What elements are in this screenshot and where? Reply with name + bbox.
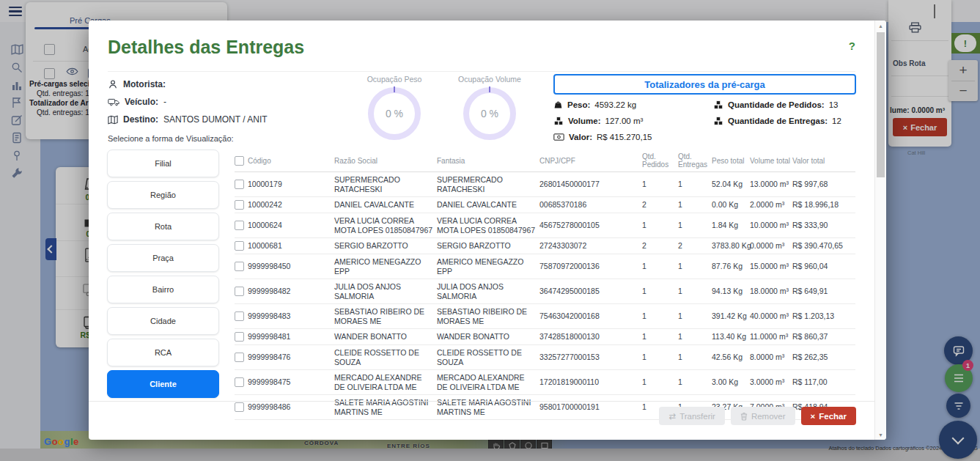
view-mode-button[interactable]: Rota: [107, 213, 219, 240]
person-icon: [108, 79, 118, 89]
cell-razao-social: WANDER BONATTO: [334, 329, 437, 344]
table-header-row: Código Razão Social Fantasia CNPJ/CPF Qt…: [235, 150, 855, 172]
cell-fantasia: SEBASTIAO RIBEIRO DE MORAES ME: [437, 304, 539, 328]
divider: [108, 71, 855, 72]
table-row: 9999998482 JULIA DOS ANJOS SALMORIA JULI…: [235, 279, 855, 304]
cell-codigo: 9999998475: [248, 377, 290, 387]
scrollbar-thumb[interactable]: [877, 32, 885, 177]
cell-razao-social: SUPERMERCADO RATACHESKI: [334, 172, 437, 196]
help-icon[interactable]: ?: [849, 40, 855, 52]
table-row: 9999998483 SEBASTIAO RIBEIRO DE MORAES M…: [235, 304, 855, 329]
row-checkbox[interactable]: [235, 241, 244, 251]
occupancy-gauges: Ocupação Peso 0 % Ocupação Volume 0 %: [353, 75, 531, 140]
scrollbar-up-arrow[interactable]: ▲: [875, 21, 886, 31]
view-mode-button[interactable]: Cidade: [107, 307, 219, 335]
cubes-icon: [553, 117, 564, 125]
cell-cnpj-cpf: 45675278000105: [539, 218, 642, 233]
view-mode-button[interactable]: Bairro: [107, 276, 219, 303]
cell-cnpj-cpf: 36474295000185: [539, 284, 642, 299]
cell-peso-total: 113.40 Kg: [712, 329, 750, 344]
vehicle-row: Veículo: -: [108, 96, 268, 108]
totalizers-header: Totalizadores da pré-carga: [553, 74, 856, 95]
table-row: 9999998476 CLEIDE ROSSETTO DE SOUZA CLEI…: [235, 345, 855, 370]
cell-peso-total: 87.76 Kg: [712, 259, 750, 274]
cell-peso-total: 0.00 Kg: [712, 197, 750, 213]
row-checkbox[interactable]: [235, 311, 244, 321]
view-mode-button[interactable]: Região: [107, 181, 219, 209]
cell-fantasia: SALETE MARIA AGOSTINI MARTINS ME: [437, 395, 539, 419]
row-checkbox[interactable]: [235, 332, 244, 342]
transfer-button[interactable]: ⇄Transferir: [659, 407, 724, 425]
destination-row: Destino: SANTOS DUMONT / ANIT: [108, 114, 268, 125]
weight-icon: [553, 100, 563, 109]
table-body: 10000179 SUPERMERCADO RATACHESKI SUPERME…: [235, 172, 855, 420]
cell-cnpj-cpf: 27243303072: [539, 238, 642, 254]
view-mode-button[interactable]: Praça: [107, 244, 219, 272]
row-checkbox[interactable]: [235, 200, 244, 210]
table-row: 10000242 DANIEL CAVALCANTE DANIEL CAVALC…: [235, 197, 855, 213]
cell-cnpj-cpf: 26801450000177: [539, 177, 642, 192]
cell-fantasia: JULIA DOS ANJOS SALMORIA: [437, 279, 539, 303]
cell-razao-social: SALETE MARIA AGOSTINI MARTINS ME: [334, 395, 437, 419]
row-checkbox[interactable]: [235, 180, 244, 189]
cell-qtd-entregas: 1: [678, 218, 712, 233]
row-checkbox[interactable]: [235, 221, 244, 230]
cell-peso-total: 1.84 Kg: [712, 218, 750, 233]
cell-qtd-entregas: 2: [678, 238, 712, 254]
close-x-icon: ×: [811, 412, 816, 421]
cell-razao-social: SERGIO BARZOTTO: [334, 238, 437, 254]
row-checkbox[interactable]: [235, 287, 244, 296]
row-checkbox[interactable]: [235, 377, 244, 387]
table-row: 10000179 SUPERMERCADO RATACHESKI SUPERME…: [235, 172, 855, 197]
row-checkbox[interactable]: [235, 262, 244, 271]
cell-valor-total: R$ 18.996,18: [792, 197, 855, 213]
cubes-icon: [713, 100, 723, 109]
view-mode-button[interactable]: Cliente: [107, 370, 219, 398]
cell-volume-total: 10.0000 m³: [750, 218, 792, 233]
delivery-details-modal: Detalhes das Entregas ? Motorista: Veícu…: [89, 21, 886, 440]
row-checkbox[interactable]: [235, 353, 244, 362]
cell-qtd-entregas: 1: [678, 375, 712, 390]
cell-codigo: 9999998450: [248, 262, 290, 271]
driver-row: Motorista:: [108, 78, 268, 90]
deliveries-table: Código Razão Social Fantasia CNPJ/CPF Qt…: [235, 150, 855, 420]
view-mode-button[interactable]: Filial: [107, 150, 219, 177]
col-volume-total: Volume total: [750, 154, 792, 168]
cell-valor-total: R$ 649,91: [792, 284, 855, 299]
vehicle-label: Veículo:: [125, 97, 158, 107]
cell-qtd-pedidos: 1: [642, 218, 678, 233]
cell-volume-total: 2.0000 m³: [750, 197, 792, 213]
total-valor: Valor:R$ 415.270,15: [553, 131, 652, 142]
cell-peso-total: 52.04 Kg: [712, 177, 750, 192]
remove-button[interactable]: Remover: [731, 407, 795, 425]
close-button[interactable]: ×Fechar: [801, 407, 856, 425]
row-checkbox[interactable]: [235, 402, 244, 412]
col-valor-total: Valor total: [792, 154, 855, 168]
table-row: 9999998481 WANDER BONATTO WANDER BONATTO…: [235, 329, 855, 345]
col-qtd-entregas: Qtd. Entregas: [678, 150, 712, 172]
cell-peso-total: 3.00 Kg: [712, 375, 750, 390]
cell-valor-total: R$ 390.470,65: [792, 238, 855, 254]
cell-volume-total: 0.0000 m³: [750, 238, 792, 254]
destination-label: Destino:: [123, 114, 158, 125]
vehicle-value: -: [163, 97, 166, 107]
cell-codigo: 9999998482: [248, 287, 290, 296]
cell-volume-total: 3.0000 m³: [750, 375, 792, 390]
cell-volume-total: 40.0000 m³: [750, 309, 792, 324]
gauge-tick: [394, 86, 395, 92]
cell-codigo: 10000179: [248, 180, 282, 189]
scrollbar-down-arrow[interactable]: ▼: [875, 429, 886, 440]
view-mode-button[interactable]: RCA: [107, 339, 219, 366]
cell-fantasia: CLEIDE ROSSETTO DE SOUZA: [437, 345, 539, 369]
cell-valor-total: R$ 262,35: [792, 350, 855, 365]
occupancy-gauge: Ocupação Peso 0 %: [353, 75, 436, 140]
modal-scrollbar[interactable]: ▲ ▼: [874, 21, 886, 440]
cubes-icon: [713, 117, 723, 125]
cell-qtd-pedidos: 1: [642, 284, 678, 299]
cell-valor-total: R$ 997,68: [792, 177, 855, 192]
select-all-checkbox[interactable]: [235, 156, 244, 166]
cell-codigo: 9999998486: [248, 402, 290, 412]
cell-valor-total: R$ 333,90: [792, 218, 855, 233]
total-peso: Peso:4593.22 kg: [553, 99, 652, 110]
cell-valor-total: R$ 1.203,13: [792, 309, 855, 324]
